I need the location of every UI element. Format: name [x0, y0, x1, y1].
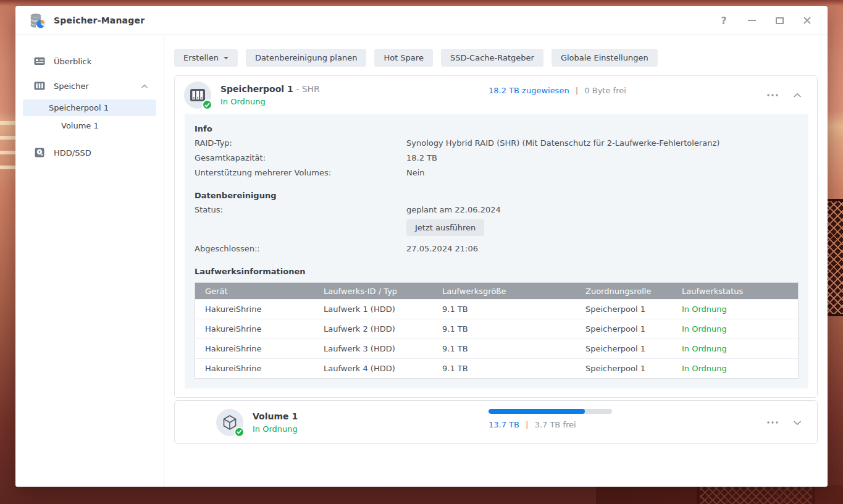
volume-usage-fill	[489, 409, 585, 414]
volume-used: 13.7 TB	[489, 420, 519, 429]
cell-drive-id: Laufwerk 2 (HDD)	[314, 324, 432, 334]
info-heading: Info	[195, 122, 799, 136]
sidebar-item-label: Speicher	[54, 82, 89, 91]
sidebar-item-speicherpool-1[interactable]: Speicherpool 1	[23, 99, 156, 116]
titlebar: Speicher-Manager ?	[15, 6, 828, 35]
volume-icon	[216, 409, 243, 436]
sidebar-item-label: Überblick	[54, 57, 91, 66]
pool-raid-type: - SHR	[296, 84, 320, 94]
ellipsis-icon	[767, 421, 778, 424]
help-button[interactable]: ?	[718, 15, 729, 26]
column-header: Gerät	[195, 287, 314, 296]
erstellen-button[interactable]: Erstellen	[174, 49, 238, 67]
ssd-cache-ratgeber-button[interactable]: SSD-Cache-Ratgeber	[441, 49, 543, 67]
wallpaper-highlight	[0, 121, 16, 180]
window-title: Speicher-Manager	[54, 15, 145, 25]
run-scrubbing-button[interactable]: Jetzt ausführen	[406, 219, 484, 236]
table-row[interactable]: HakureiShrine Laufwerk 2 (HDD) 9.1 TB Sp…	[195, 319, 798, 338]
cell-status: In Ordnung	[672, 304, 798, 314]
main-content: Erstellen Datenbereinigung planen Hot Sp…	[164, 35, 828, 486]
help-icon: ?	[721, 15, 726, 27]
status-label: Status:	[195, 203, 406, 217]
sidebar-item-label: Speicherpool 1	[49, 103, 109, 112]
cell-device: HakureiShrine	[195, 364, 314, 373]
table-row[interactable]: HakureiShrine Laufwerk 4 (HDD) 9.1 TB Sp…	[195, 358, 798, 378]
drive-info-heading: Laufwerksinformationen	[195, 265, 799, 279]
volume-card: Volume 1 In Ordnung 13.7 TB | 3.7 TB fre…	[174, 400, 818, 444]
table-row[interactable]: HakureiShrine Laufwerk 1 (HDD) 9.1 TB Sp…	[195, 299, 798, 319]
table-row[interactable]: HakureiShrine Laufwerk 3 (HDD) 9.1 TB Sp…	[195, 338, 798, 358]
storage-icon	[33, 80, 46, 92]
globale-einstellungen-button[interactable]: Globale Einstellungen	[552, 49, 658, 67]
pool-title-block: Speicherpool 1 - SHR In Ordnung	[220, 84, 320, 106]
info-row: Unterstützung mehrerer Volumes: Nein	[195, 166, 799, 180]
cell-device: HakureiShrine	[195, 324, 314, 334]
pool-usage: 18.2 TB zugewiesen | 0 Byte frei	[489, 86, 626, 95]
volume-name: Volume 1	[253, 411, 298, 421]
pool-collapse-button[interactable]	[791, 90, 803, 101]
drive-table: Gerät Laufwerks-ID / Typ Laufwerksgröße …	[195, 282, 799, 379]
info-row: Gesamtkapazität: 18.2 TB	[195, 151, 799, 166]
button-label: Hot Spare	[384, 53, 424, 62]
wallpaper-shadow	[596, 485, 843, 504]
maximize-icon	[776, 17, 784, 24]
pool-detail-panel: Info RAID-Typ: Synology Hybrid RAID (SHR…	[185, 114, 808, 388]
healthy-check-icon	[234, 427, 245, 437]
chevron-up-icon	[793, 93, 802, 98]
collapse-chevron-icon[interactable]	[141, 82, 148, 91]
column-header: Laufwerksgröße	[432, 287, 576, 296]
hdd-icon	[33, 146, 46, 159]
cell-size: 9.1 TB	[432, 364, 576, 373]
cell-role: Speicherpool 1	[576, 344, 672, 353]
cell-status: In Ordnung	[672, 364, 798, 373]
sidebar: Überblick Speicher Speicherpool 1 Volume…	[15, 35, 164, 486]
cell-drive-id: Laufwerk 1 (HDD)	[314, 304, 432, 314]
sidebar-item-label: Volume 1	[61, 121, 99, 130]
scrubbing-action-row: Jetzt ausführen	[195, 219, 799, 236]
volume-free: 3.7 TB frei	[535, 420, 576, 429]
button-label: SSD-Cache-Ratgeber	[450, 53, 534, 62]
pool-header: Speicherpool 1 - SHR In Ordnung 18.2 TB …	[175, 76, 817, 114]
pool-free: 0 Byte frei	[584, 86, 626, 95]
scrubbing-heading: Datenbereinigung	[195, 189, 799, 203]
volume-title-block: Volume 1 In Ordnung	[253, 411, 298, 434]
button-label: Globale Einstellungen	[561, 53, 648, 62]
sidebar-item-volume-1[interactable]: Volume 1	[23, 117, 156, 134]
info-value: Synology Hybrid RAID (SHR) (Mit Datensch…	[406, 136, 719, 151]
sidebar-item-ueberblick[interactable]: Überblick	[15, 49, 164, 74]
column-header: Zuordnungsrolle	[576, 287, 672, 296]
drive-table-header: Gerät Laufwerks-ID / Typ Laufwerksgröße …	[195, 283, 798, 299]
completed-label: Abgeschlossen::	[195, 242, 406, 256]
cell-drive-id: Laufwerk 3 (HDD)	[314, 344, 432, 353]
chevron-down-icon	[793, 420, 802, 426]
info-label: Unterstützung mehrerer Volumes:	[195, 166, 406, 180]
minimize-button[interactable]	[746, 15, 757, 26]
info-label: Gesamtkapazität:	[195, 151, 406, 166]
volume-status: In Ordnung	[253, 424, 298, 434]
sidebar-item-speicher[interactable]: Speicher	[15, 74, 164, 98]
maximize-button[interactable]	[774, 15, 785, 26]
info-label: RAID-Typ:	[195, 136, 406, 151]
cell-role: Speicherpool 1	[576, 324, 672, 334]
cell-size: 9.1 TB	[432, 344, 576, 353]
desktop-background: Speicher-Manager ? Überblick	[0, 0, 843, 504]
separator: |	[526, 420, 528, 429]
cell-size: 9.1 TB	[432, 304, 576, 314]
pool-more-button[interactable]	[766, 90, 779, 101]
scrubbing-completed-row: Abgeschlossen:: 27.05.2024 21:06	[195, 242, 799, 256]
storage-pool-card: Speicherpool 1 - SHR In Ordnung 18.2 TB …	[174, 75, 818, 398]
volume-more-button[interactable]	[766, 417, 779, 428]
minimize-icon	[748, 20, 756, 21]
datenbereinigung-planen-button[interactable]: Datenbereinigung planen	[246, 49, 367, 67]
hot-spare-button[interactable]: Hot Spare	[374, 49, 433, 67]
close-button[interactable]	[802, 15, 813, 26]
healthy-check-icon	[202, 99, 212, 110]
storage-manager-app-icon	[29, 12, 46, 29]
cell-status: In Ordnung	[672, 324, 798, 334]
volume-expand-button[interactable]	[791, 417, 803, 428]
close-icon	[803, 16, 812, 25]
sidebar-item-hdd-ssd[interactable]: HDD/SSD	[15, 140, 164, 165]
cell-size: 9.1 TB	[432, 324, 576, 334]
pool-name: Speicherpool 1	[220, 84, 293, 94]
button-label: Datenbereinigung planen	[255, 53, 358, 62]
